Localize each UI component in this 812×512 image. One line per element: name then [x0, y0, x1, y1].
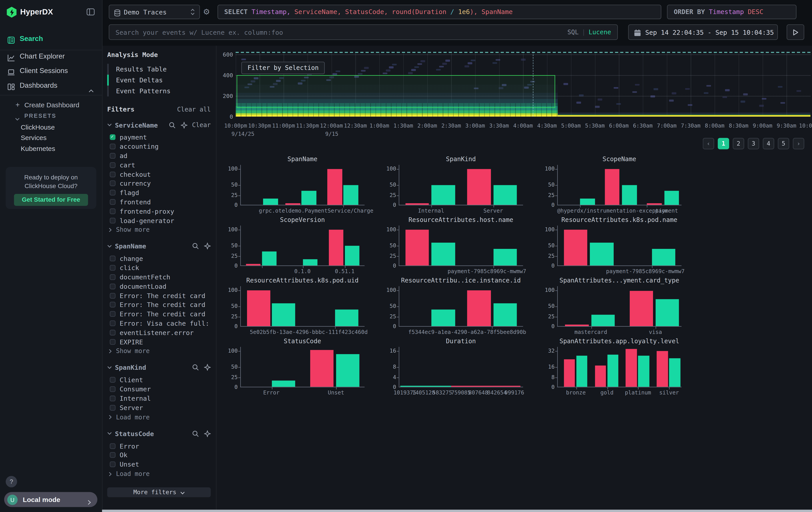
analysis-mode-results-table[interactable]: Results Table: [109, 64, 211, 75]
chevron-down-icon[interactable]: [107, 123, 112, 127]
horizontal-scrollbar[interactable]: [102, 510, 812, 512]
checkbox[interactable]: [110, 153, 116, 159]
date-range-picker[interactable]: Sep 14 22:04:35 - Sep 15 10:04:35: [628, 24, 778, 40]
bar-green[interactable]: [335, 309, 358, 326]
bar-green[interactable]: [591, 315, 615, 326]
bar-pink[interactable]: [327, 169, 342, 205]
filter-option[interactable]: Server: [107, 403, 211, 412]
filter-option[interactable]: payment: [107, 133, 211, 142]
bar-green[interactable]: [622, 185, 637, 205]
presets-toggle[interactable]: PRESETS: [0, 111, 102, 121]
filter-option[interactable]: change: [107, 254, 211, 263]
search-icon[interactable]: [192, 430, 199, 437]
page-button-4[interactable]: 4: [763, 138, 774, 150]
checkbox[interactable]: [110, 199, 116, 205]
checkbox[interactable]: [110, 181, 116, 186]
checkbox[interactable]: [110, 443, 116, 449]
page-button-1[interactable]: 1: [718, 138, 729, 150]
filter-option[interactable]: cart: [107, 161, 211, 170]
checkbox[interactable]: [110, 293, 116, 298]
bar-pink[interactable]: [564, 230, 587, 265]
bar-pink[interactable]: [565, 325, 589, 326]
filter-option[interactable]: Error: The credit card (…: [107, 300, 211, 309]
bar-pink[interactable]: [406, 230, 429, 265]
filter-by-selection-button[interactable]: Filter by Selection: [241, 62, 325, 74]
bar-green[interactable]: [590, 243, 613, 265]
prev-page-button[interactable]: ‹: [703, 138, 714, 150]
bar-green[interactable]: [431, 185, 455, 205]
load-more-button[interactable]: Load more: [107, 469, 211, 478]
checkbox[interactable]: [110, 171, 116, 177]
help-button[interactable]: ?: [6, 476, 17, 487]
filter-option[interactable]: ad: [107, 151, 211, 160]
filter-option[interactable]: Error: The credit card (…: [107, 309, 211, 319]
gear-icon[interactable]: ⚙: [203, 7, 210, 17]
chevron-down-icon[interactable]: [107, 432, 112, 435]
sidebar-item-client-sessions[interactable]: Client Sessions: [0, 64, 102, 78]
bar-green[interactable]: [493, 185, 517, 205]
collapse-sidebar-icon[interactable]: [86, 8, 95, 18]
bar-pink[interactable]: [657, 351, 668, 387]
filter-option[interactable]: Internal: [107, 394, 211, 403]
filter-option[interactable]: click: [107, 263, 211, 272]
filter-option[interactable]: Error: Visa cache full: …: [107, 319, 211, 328]
bar-pink[interactable]: [564, 359, 575, 387]
filter-group-name[interactable]: SpanKind: [115, 364, 146, 372]
bar-pink[interactable]: [247, 290, 270, 326]
bar-pink[interactable]: [246, 264, 261, 265]
checkbox[interactable]: [110, 265, 116, 271]
order-by-input[interactable]: ORDER BY Timestamp DESC: [667, 5, 796, 19]
filter-option[interactable]: Ok: [107, 451, 211, 460]
chevron-down-icon[interactable]: [107, 245, 112, 248]
filter-option[interactable]: Unset: [107, 460, 211, 469]
bar-green[interactable]: [345, 246, 360, 266]
search-icon[interactable]: [192, 364, 199, 371]
bar-green[interactable]: [664, 191, 679, 205]
sidebar-item-chart-explorer[interactable]: Chart Explorer: [0, 49, 102, 64]
load-more-button[interactable]: Load more: [107, 413, 211, 422]
bar-pink[interactable]: [467, 169, 491, 205]
selection-rectangle[interactable]: [237, 75, 555, 108]
bar-green[interactable]: [652, 249, 675, 265]
filter-option[interactable]: Consumer: [107, 385, 211, 394]
local-mode-menu[interactable]: U Local mode: [4, 492, 97, 507]
filter-group-name[interactable]: SpanName: [115, 242, 146, 250]
bar-pink[interactable]: [406, 203, 429, 205]
filter-option[interactable]: Error: The credit card (…: [107, 291, 211, 300]
bar-pink[interactable]: [310, 350, 334, 387]
create-dashboard-button[interactable]: + Create Dashboard: [0, 100, 102, 111]
more-filters-button[interactable]: More filters: [107, 487, 211, 497]
sidebar-item-clickhouse[interactable]: ClickHouse: [0, 123, 102, 133]
checkbox[interactable]: [110, 302, 116, 308]
page-button-2[interactable]: 2: [733, 138, 744, 150]
sidebar-item-dashboards[interactable]: Dashboards: [0, 78, 102, 93]
checkbox[interactable]: [110, 274, 116, 280]
filter-option[interactable]: Error: [107, 441, 211, 450]
analysis-mode-event-deltas[interactable]: Event Deltas: [109, 75, 211, 85]
bar-green[interactable]: [272, 303, 295, 326]
bar-green[interactable]: [576, 356, 587, 387]
bar-green[interactable]: [607, 355, 618, 387]
checkbox[interactable]: [110, 405, 116, 410]
get-started-button[interactable]: Get Started for Free: [14, 194, 88, 206]
bar-green[interactable]: [263, 199, 278, 205]
checkbox[interactable]: [110, 144, 116, 150]
search-input[interactable]: Search your events w/ Lucene ex. column:…: [109, 24, 618, 40]
filter-option[interactable]: load-generator: [107, 216, 211, 225]
checkbox[interactable]: [110, 396, 116, 401]
bar-pink[interactable]: [467, 290, 491, 326]
search-icon[interactable]: [169, 122, 175, 128]
page-button-3[interactable]: 3: [748, 138, 759, 150]
bar-green[interactable]: [262, 251, 277, 266]
bar-pink[interactable]: [329, 230, 344, 265]
bar-green[interactable]: [301, 191, 316, 205]
show-more-button[interactable]: Show more: [107, 347, 211, 356]
checkbox[interactable]: [110, 217, 116, 223]
filter-group-name[interactable]: ServiceName: [115, 121, 158, 129]
filter-option[interactable]: accounting: [107, 142, 211, 151]
pin-icon[interactable]: [181, 122, 187, 128]
checkbox[interactable]: [110, 386, 116, 392]
lucene-mode-button[interactable]: Lucene: [588, 28, 611, 36]
bar-pink[interactable]: [452, 386, 521, 387]
bar-green[interactable]: [638, 356, 649, 387]
